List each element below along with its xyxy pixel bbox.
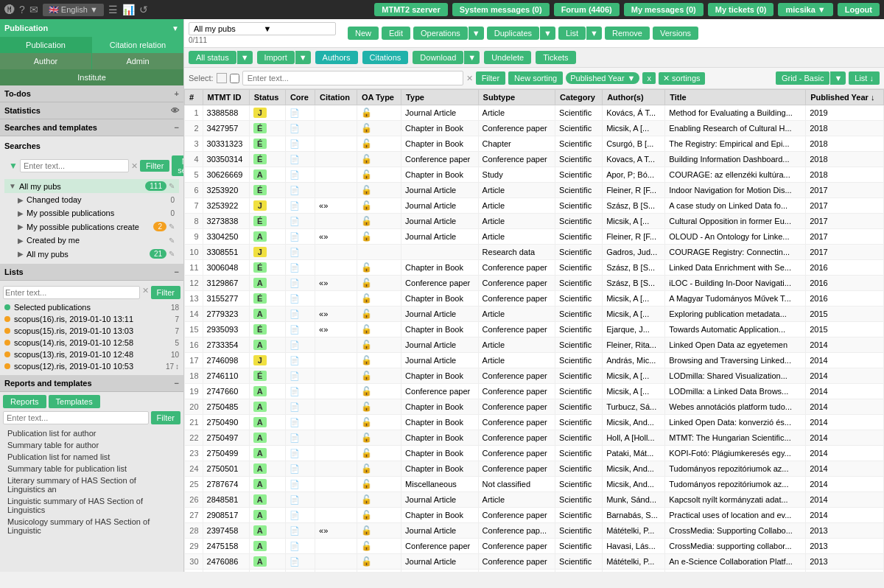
list-item-scopus14[interactable]: scopus(14).ris, 2019-01-10 12:58 5 [0,337,183,349]
table-row[interactable]: 3 30331323 É 📄 🔓 Chapter in Book Chapter… [185,136,884,152]
reports-button[interactable]: Reports [3,395,46,408]
grid-button[interactable]: Grid - Basic [776,71,829,85]
table-row[interactable]: 9 3304250 A 📄 «» 🔓 Journal Article Artic… [185,229,884,245]
table-row[interactable]: 11 3006048 É 📄 🔓 Chapter in Book Confere… [185,260,884,276]
report-link-6[interactable]: Linguistic summary of HAS Section of Lin… [3,495,180,516]
table-row[interactable]: 18 2746110 É 📄 🔓 Chapter in Book Confere… [185,368,884,384]
logout-button[interactable]: Logout [838,3,880,16]
report-link-7[interactable]: Musicology summary of HAS Section of Lin… [3,516,180,536]
table-row[interactable]: 31 2476161 É 📄 🔓 Chapter in Book Confere… [185,570,884,573]
list-item-scopus12[interactable]: scopus(12).ris, 2019-01-10 10:53 17 ↕ [0,360,183,372]
my-tickets-button[interactable]: My tickets (0) [708,3,774,16]
todos-section-header[interactable]: To-dos + [0,85,183,102]
forum-button[interactable]: Forum (4406) [554,3,620,16]
tickets-button[interactable]: Tickets [536,51,575,64]
filter-text-input[interactable] [242,71,463,85]
mail-icon[interactable]: ✉ [29,4,38,15]
list-item-selected-publications[interactable]: Selected publications 18 [0,301,183,313]
menu-icon[interactable]: ☰ [108,4,118,15]
filter-button[interactable]: Filter [140,160,169,172]
table-row[interactable]: 24 2750501 A 📄 🔓 Chapter in Book Confere… [185,461,884,477]
table-row[interactable]: 17 2746098 J 📄 🔓 Journal Article Article… [185,353,884,368]
citations-button[interactable]: Citations [362,51,409,64]
tab-author[interactable]: Author [0,53,92,69]
table-row[interactable]: 21 2750490 A 📄 🔓 Chapter in Book Confere… [185,415,884,430]
operations-dropdown-icon[interactable]: ▼ [469,27,484,40]
import-button[interactable]: Import [257,51,295,64]
new-button[interactable]: New [348,27,379,40]
undelete-button[interactable]: Undelete [484,51,531,64]
reports-section-header[interactable]: Reports and templates − [0,375,183,392]
lists-filter-button[interactable]: Filter [151,286,180,299]
col-year[interactable]: Published Year ↓ [806,90,884,105]
list-button[interactable]: List [558,27,586,40]
import-dropdown-icon[interactable]: ▼ [295,51,311,64]
lists-section-header[interactable]: Lists − [0,264,183,281]
list-item-scopus15[interactable]: scopus(15).ris, 2019-01-10 13:03 7 [0,325,183,337]
search-clear-icon[interactable]: ✕ [131,161,138,171]
publications-table-container[interactable]: # MTMT ID Status Core Citation OA Type T… [184,89,884,572]
remove-button[interactable]: Remove [605,27,650,40]
search-input[interactable] [20,159,129,172]
col-status[interactable]: Status [249,90,285,105]
edit-button[interactable]: Edit [382,27,410,40]
sortings-button[interactable]: ✕ sortings [659,72,705,85]
col-core[interactable]: Core [285,90,315,105]
tab-publication[interactable]: Publication [0,37,92,53]
select-all-checkbox2[interactable] [230,74,239,83]
col-title[interactable]: Title [665,90,806,105]
report-link-1[interactable]: Publication list for author [3,427,180,439]
user-button[interactable]: micsika ▼ [778,3,832,16]
report-link-4[interactable]: Summary table for publication list [3,463,180,475]
tree-item-changed-today[interactable]: ▶ Changed today 0 [4,193,179,206]
table-row[interactable]: 19 2747660 A 📄 🔓 Conference paper Confer… [185,384,884,399]
list-dropdown-icon[interactable]: ▼ [586,27,602,40]
table-row[interactable]: 7 3253922 J 📄 «» 🔓 Journal Article Artic… [185,198,884,214]
tree-item-my-possible-pubs[interactable]: ▶ My possible publications 0 [4,206,179,220]
table-row[interactable]: 13 3155277 É 📄 🔓 Chapter in Book Confere… [185,291,884,307]
col-mtmt-id[interactable]: MTMT ID [203,90,249,105]
lists-search-input[interactable] [3,286,140,299]
templates-button[interactable]: Templates [49,395,100,408]
list-item-scopus13[interactable]: scopus(13).ris, 2019-01-10 12:48 10 [0,349,183,360]
report-link-5[interactable]: Literary summary of HAS Section of Lingu… [3,475,180,495]
filter-clear-icon[interactable]: ✕ [466,74,473,83]
my-messages-button[interactable]: My messages (0) [624,3,704,16]
operations-button[interactable]: Operations [413,27,468,40]
versions-button[interactable]: Versions [653,27,698,40]
report-link-2[interactable]: Summary table for author [3,439,180,451]
table-row[interactable]: 22 2750497 A 📄 🔓 Chapter in Book Confere… [185,430,884,446]
download-button[interactable]: Download [413,51,463,64]
tree-edit-icon[interactable]: ✎ [169,250,175,258]
refresh-icon[interactable]: ↺ [139,4,148,15]
help-icon[interactable]: ? [19,4,25,15]
tree-item-all-my-pubs[interactable]: ▼ All my pubs 111 ✎ [4,179,179,193]
system-messages-button[interactable]: System messages (0) [452,3,550,16]
server-button[interactable]: MTMT2 szerver [374,3,447,16]
table-row[interactable]: 1 3388588 J 📄 🔓 Journal Article Article … [185,105,884,121]
list-item-scopus16[interactable]: scopus(16).ris, 2019-01-10 13:11 7 [0,313,183,325]
col-category[interactable]: Category [555,90,603,105]
table-row[interactable]: 30 2476086 A 📄 🔓 Journal Article Confere… [185,554,884,570]
tree-item-all-my-pubs-2[interactable]: ▶ All my pubs 21 ✎ [4,247,179,261]
duplicates-button[interactable]: Duplicates [487,27,539,40]
lists-search-clear-icon[interactable]: ✕ [142,286,149,299]
table-row[interactable]: 20 2750485 A 📄 🔓 Chapter in Book Confere… [185,399,884,415]
col-type[interactable]: Type [401,90,479,105]
grid-dropdown-icon[interactable]: ▼ [830,71,846,85]
tab-institute[interactable]: Institute [0,69,183,85]
sidebar-collapse-icon[interactable]: ▼ [172,24,179,32]
table-row[interactable]: 25 2787674 A 📄 🔓 Miscellaneous Not class… [185,477,884,492]
table-row[interactable]: 16 2733354 A 📄 🔓 Journal Article Article… [185,337,884,353]
table-row[interactable]: 12 3129867 A 📄 «» 🔓 Conference paper Con… [185,276,884,291]
tab-admin[interactable]: Admin [92,53,183,69]
reports-filter-button[interactable]: Filter [151,411,180,424]
tree-edit-icon[interactable]: ✎ [169,237,175,245]
filter-apply-button[interactable]: Filter [476,71,505,85]
tab-citation-relation[interactable]: Citation relation [92,37,183,53]
statistics-section-header[interactable]: Statistics 👁 [0,102,183,119]
tree-edit-icon[interactable]: ✎ [169,223,175,231]
list-view-button[interactable]: List ↓ [849,71,880,85]
col-oa-type[interactable]: OA Type [357,90,401,105]
all-status-dropdown-icon[interactable]: ▼ [237,51,253,64]
